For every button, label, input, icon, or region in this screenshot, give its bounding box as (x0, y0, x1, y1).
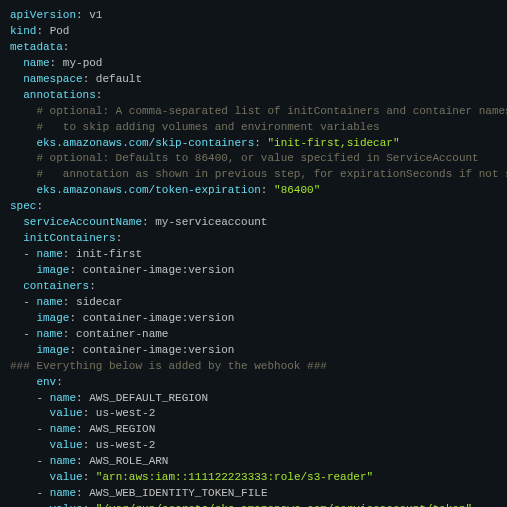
key-value: value (50, 439, 83, 451)
comment: # annotation as shown in previous step, … (36, 168, 507, 180)
key-name: name (50, 487, 76, 499)
key-name: name (50, 455, 76, 467)
val-c0-name: sidecar (76, 296, 122, 308)
key-name: name (36, 248, 62, 260)
key-name: name (50, 423, 76, 435)
key-serviceAccountName: serviceAccountName (23, 216, 142, 228)
comment: # optional: A comma-separated list of in… (36, 105, 507, 117)
val-env2-name: AWS_ROLE_ARN (89, 455, 168, 467)
key-skip-containers: eks.amazonaws.com/skip-containers (36, 137, 254, 149)
val-namespace: default (96, 73, 142, 85)
val-c1-image: container-image:version (83, 344, 235, 356)
comment-webhook: ### Everything below is added by the web… (10, 360, 327, 372)
yaml-code-block: apiVersion: v1 kind: Pod metadata: name:… (0, 0, 507, 507)
key-name: name (50, 392, 76, 404)
key-containers: containers (23, 280, 89, 292)
key-namespace: namespace (23, 73, 82, 85)
val-token-expiration: "86400" (274, 184, 320, 196)
val-kind: Pod (50, 25, 70, 37)
val-env0-name: AWS_DEFAULT_REGION (89, 392, 208, 404)
val-c0-image: container-image:version (83, 312, 235, 324)
key-value: value (50, 471, 83, 483)
comment: # to skip adding volumes and environment… (36, 121, 379, 133)
key-initContainers: initContainers (23, 232, 115, 244)
key-metadata: metadata (10, 41, 63, 53)
val-serviceAccountName: my-serviceaccount (155, 216, 267, 228)
key-env: env (36, 376, 56, 388)
val-metadata-name: my-pod (63, 57, 103, 69)
key-annotations: annotations (23, 89, 96, 101)
val-env2-value: "arn:aws:iam::111122223333:role/s3-reade… (96, 471, 373, 483)
val-init-image: container-image:version (83, 264, 235, 276)
key-kind: kind (10, 25, 36, 37)
key-image: image (36, 264, 69, 276)
key-image: image (36, 344, 69, 356)
val-env0-value: us-west-2 (96, 407, 155, 419)
comment: # optional: Defaults to 86400, or value … (36, 152, 478, 164)
key-value: value (50, 503, 83, 507)
key-value: value (50, 407, 83, 419)
key-token-expiration: eks.amazonaws.com/token-expiration (36, 184, 260, 196)
key-image: image (36, 312, 69, 324)
val-env1-value: us-west-2 (96, 439, 155, 451)
key-spec: spec (10, 200, 36, 212)
val-env3-value: "/var/run/secrets/eks.amazonaws.com/serv… (96, 503, 472, 507)
val-c1-name: container-name (76, 328, 168, 340)
val-apiVersion: v1 (89, 9, 102, 21)
key-metadata-name: name (23, 57, 49, 69)
val-env1-name: AWS_REGION (89, 423, 155, 435)
val-skip-containers: "init-first,sidecar" (267, 137, 399, 149)
val-init-name: init-first (76, 248, 142, 260)
key-name: name (36, 296, 62, 308)
val-env3-name: AWS_WEB_IDENTITY_TOKEN_FILE (89, 487, 267, 499)
key-name: name (36, 328, 62, 340)
key-apiVersion: apiVersion (10, 9, 76, 21)
